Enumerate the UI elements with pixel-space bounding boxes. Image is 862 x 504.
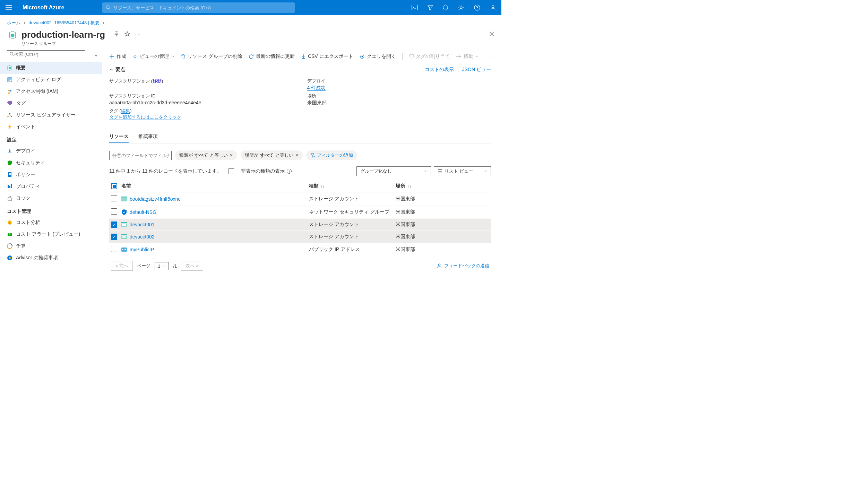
move-button[interactable]: 移動 [456, 53, 479, 60]
view-mode-select[interactable]: リスト ビュー [434, 166, 491, 176]
table-row[interactable]: ✓ devacct002 ストレージ アカウント 米国東部 [109, 231, 491, 243]
brand-label[interactable]: Microsoft Azure [23, 5, 64, 11]
view-management-button[interactable]: ビューの管理 [132, 53, 174, 60]
row-checkbox[interactable]: ✓ [111, 221, 117, 228]
list-icon [438, 169, 442, 173]
nav-policy[interactable]: ポリシー [0, 169, 102, 181]
refresh-button[interactable]: 最新の情報に更新 [249, 53, 295, 60]
query-icon [360, 54, 365, 59]
row-checkbox[interactable] [111, 208, 117, 215]
tab-resources[interactable]: リソース [109, 131, 129, 143]
page-header: production-learn-rg リソース グループ ··· [0, 28, 501, 50]
feedback-icon[interactable] [490, 5, 496, 11]
nav-security[interactable]: セキュリティ [0, 157, 102, 169]
global-search-input[interactable] [113, 5, 291, 10]
resource-link[interactable]: devacct001 [130, 222, 155, 227]
close-icon[interactable]: ✕ [230, 153, 233, 158]
sidebar-search[interactable] [7, 50, 85, 58]
toolbar-overflow[interactable]: ··· [489, 54, 494, 59]
nav-budget[interactable]: 予算 [0, 240, 102, 252]
select-all-checkbox[interactable] [111, 183, 117, 189]
resource-link[interactable]: myPublicIP [130, 247, 154, 252]
breadcrumb-home[interactable]: ホーム [7, 20, 20, 25]
nav-deploy[interactable]: デプロイ [0, 145, 102, 157]
subscription-move-link[interactable]: 移動 [153, 78, 162, 84]
filter-pill-type[interactable]: 種類が すべて と等しい✕ [175, 150, 237, 160]
notifications-icon[interactable] [443, 5, 448, 11]
resource-link[interactable]: bootdiagstzv4fmlf5oxne [130, 196, 181, 202]
sort-icon[interactable]: ↑↓ [321, 184, 325, 188]
nav-tags[interactable]: タグ [0, 97, 102, 109]
add-filter-button[interactable]: フィルターの追加 [306, 150, 357, 160]
settings-icon[interactable] [458, 5, 464, 11]
sort-icon[interactable]: ↑↓ [407, 184, 411, 188]
tags-add-link[interactable]: タグを追加するにはここをクリック [109, 114, 181, 120]
open-query-button[interactable]: クエリを開く [360, 53, 396, 60]
svg-rect-6 [9, 67, 11, 69]
svg-text:$: $ [9, 233, 10, 235]
top-bar: Microsoft Azure [0, 0, 501, 15]
row-checkbox[interactable]: ✓ [111, 234, 117, 240]
cloud-shell-icon[interactable] [412, 5, 418, 11]
create-button[interactable]: 作成 [109, 53, 126, 60]
next-page-button[interactable]: 次へ > [181, 261, 203, 271]
page-select[interactable]: 1 [155, 262, 169, 270]
nav-iam[interactable]: アクセス制御 (IAM) [0, 86, 102, 97]
table-row[interactable]: bootdiagstzv4fmlf5oxne ストレージ アカウント 米国東部 [109, 192, 491, 206]
pin-icon[interactable] [114, 31, 119, 37]
nav-cost-analysis[interactable]: $コスト分析 [0, 217, 102, 228]
tags-edit-link[interactable]: 編集 [121, 108, 130, 114]
help-icon[interactable] [474, 5, 480, 11]
table-row[interactable]: default-NSG ネットワーク セキュリティ グループ 米国東部 [109, 206, 491, 219]
prev-page-button[interactable]: < 前へ [111, 261, 133, 271]
table-row[interactable]: ✓ devacct001 ストレージ アカウント 米国東部 [109, 219, 491, 231]
more-icon[interactable]: ··· [135, 32, 141, 37]
feedback-link[interactable]: フィードバックの送信 [437, 263, 489, 269]
essentials-toggle[interactable]: 要点 [109, 67, 125, 73]
svg-point-0 [106, 6, 110, 9]
resource-link[interactable]: devacct002 [130, 234, 155, 240]
nav-advisor[interactable]: Advisor の推奨事項 [0, 252, 102, 264]
nav-activity-log[interactable]: アクティビティ ログ [0, 74, 102, 86]
nav-properties[interactable]: プロパティ [0, 181, 102, 192]
hidden-types-checkbox[interactable] [229, 168, 234, 174]
nav-visualizer[interactable]: リソース ビジュアライザー [0, 109, 102, 121]
global-search[interactable] [102, 2, 295, 13]
close-icon[interactable]: ✕ [295, 153, 299, 158]
assign-tag-button[interactable]: タグの割り当て [409, 53, 450, 60]
sort-icon[interactable]: ↑↓ [133, 184, 137, 188]
group-by-select[interactable]: グループ化なし [356, 166, 431, 176]
tab-recommendations[interactable]: 推奨事項 [138, 131, 158, 143]
resource-link[interactable]: default-NSG [130, 209, 156, 215]
resource-table: 名前↑↓ 種類↑↓ 場所↑↓ bootdiagstzv4fmlf5oxne スト… [109, 180, 491, 256]
close-button[interactable] [489, 31, 494, 37]
nav-events[interactable]: イベント [0, 121, 102, 133]
nav-overview[interactable]: 概要 [0, 62, 102, 74]
ip-icon [121, 247, 127, 252]
svg-rect-17 [9, 186, 10, 188]
info-icon[interactable]: i [287, 169, 292, 174]
export-csv-button[interactable]: CSV にエクスポート [301, 53, 353, 60]
cost-view-link[interactable]: コストの表示 [425, 67, 454, 73]
collapse-sidebar-icon[interactable]: « [95, 53, 97, 58]
deploy-link[interactable]: 4 件成功 [307, 85, 326, 91]
sidebar-search-input[interactable] [14, 52, 83, 57]
breadcrumb-parent[interactable]: devacct002_1659554017448 | 概要 [29, 20, 100, 25]
star-icon[interactable] [124, 31, 130, 37]
hamburger-icon[interactable] [3, 5, 14, 10]
resource-group-icon [7, 29, 18, 41]
filter-input[interactable] [109, 151, 172, 160]
filter-pill-location[interactable]: 場所が すべて と等しい✕ [241, 150, 303, 160]
row-checkbox[interactable] [111, 195, 117, 201]
delete-rg-button[interactable]: リソース グループの削除 [181, 53, 242, 60]
filter-icon[interactable] [428, 5, 433, 11]
svg-rect-45 [125, 249, 126, 250]
nav-lock[interactable]: ロック [0, 192, 102, 204]
json-view-link[interactable]: JSON ビュー [462, 67, 491, 73]
table-row[interactable]: myPublicIP パブリック IP アドレス 米国東部 [109, 243, 491, 256]
nav-cost-alerts[interactable]: $コスト アラート (プレビュー) [0, 228, 102, 240]
svg-point-2 [460, 7, 462, 9]
svg-point-8 [8, 90, 10, 92]
svg-rect-16 [8, 185, 9, 188]
row-checkbox[interactable] [111, 246, 117, 252]
